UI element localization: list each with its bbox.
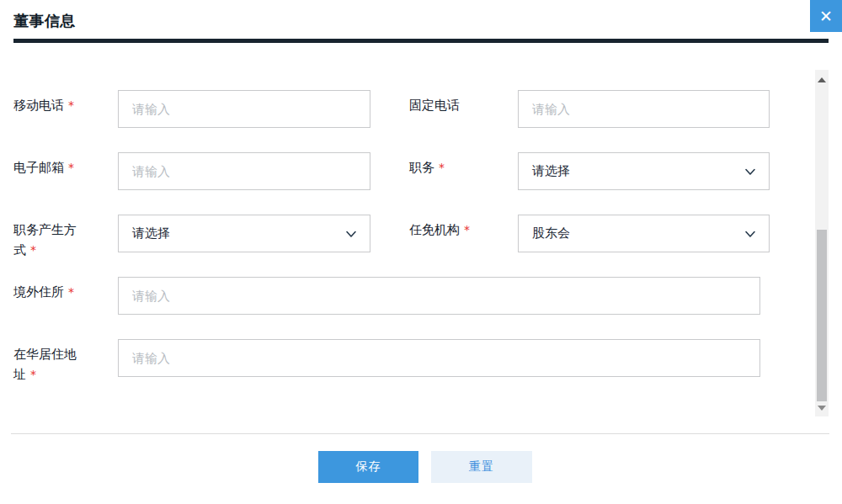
overseas-residence-input[interactable]: [118, 277, 760, 315]
appointing-body-select[interactable]: 股东会: [518, 215, 770, 252]
required-asterisk: *: [439, 161, 445, 174]
china-address-label: 在华居住地址*: [13, 339, 118, 377]
footer-divider: [11, 433, 829, 434]
fixed-phone-input[interactable]: [518, 90, 770, 128]
save-button[interactable]: 保存: [318, 451, 418, 483]
china-address-input[interactable]: [118, 339, 760, 377]
required-asterisk: *: [68, 98, 74, 112]
form-row-5: 在华居住地址*: [13, 339, 763, 377]
email-label: 电子邮箱*: [13, 152, 118, 190]
director-form: 移动电话* 固定电话 电子邮箱* 职务*: [13, 90, 763, 401]
form-row-3: 职务产生方式* 请选择 任免机构* 股东会: [13, 215, 763, 252]
chevron-down-icon: [743, 165, 757, 178]
overseas-residence-label: 境外住所*: [13, 277, 118, 315]
scroll-down-icon[interactable]: [818, 406, 826, 411]
footer-actions: 保存 重置: [0, 451, 842, 483]
scroll-up-icon[interactable]: [818, 77, 826, 82]
required-asterisk: *: [68, 161, 74, 174]
mobile-phone-label: 移动电话*: [13, 90, 118, 128]
close-button[interactable]: ✕: [810, 0, 842, 32]
required-asterisk: *: [464, 223, 470, 236]
chevron-down-icon: [344, 227, 358, 241]
fixed-phone-label: 固定电话: [409, 90, 518, 128]
vertical-scrollbar[interactable]: [815, 70, 829, 416]
required-asterisk: *: [30, 368, 36, 381]
required-asterisk: *: [68, 285, 74, 299]
appointing-body-label: 任免机构*: [409, 215, 518, 252]
form-row-2: 电子邮箱* 职务* 请选择: [13, 152, 763, 190]
scrollbar-thumb[interactable]: [817, 230, 827, 401]
position-label: 职务*: [409, 152, 518, 190]
mobile-phone-input[interactable]: [118, 90, 370, 128]
director-info-dialog: 董事信息 ✕ 移动电话* 固定电话 电子邮箱*: [0, 0, 842, 504]
form-row-1: 移动电话* 固定电话: [13, 90, 763, 128]
header-divider: [13, 39, 829, 43]
close-icon: ✕: [819, 8, 833, 24]
reset-button[interactable]: 重置: [431, 451, 532, 483]
required-asterisk: *: [30, 243, 36, 257]
position-method-label: 职务产生方式*: [13, 215, 118, 252]
chevron-down-icon: [743, 227, 757, 241]
email-input[interactable]: [118, 152, 370, 190]
position-method-select[interactable]: 请选择: [118, 215, 370, 252]
dialog-title: 董事信息: [13, 11, 76, 31]
position-select[interactable]: 请选择: [518, 152, 770, 190]
form-row-4: 境外住所*: [13, 277, 763, 315]
